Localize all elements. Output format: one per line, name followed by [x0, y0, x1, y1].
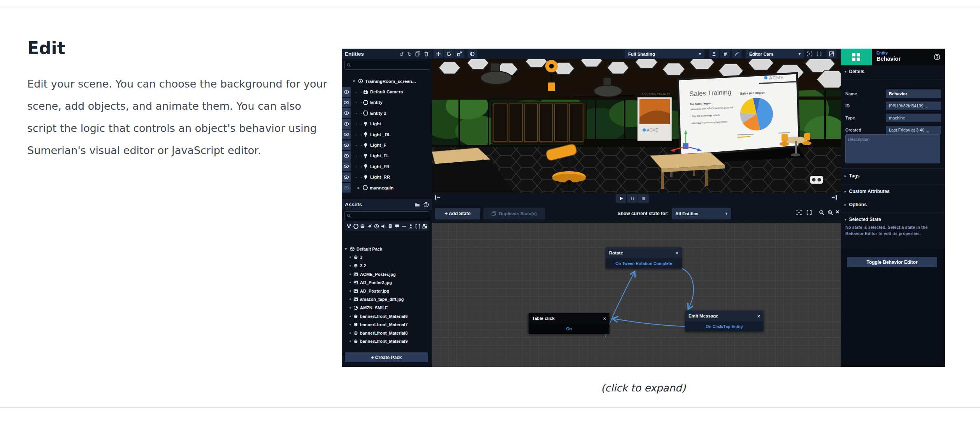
entity-label[interactable]: Light_F: [370, 143, 386, 147]
shading-dropdown[interactable]: Full Shading ▾: [625, 49, 704, 58]
entity-label[interactable]: Light_FR: [370, 164, 390, 169]
assets-search-input[interactable]: [353, 213, 427, 219]
asset-label[interactable]: 3 2: [360, 263, 366, 268]
close-behavior-editor-icon[interactable]: ×: [836, 209, 839, 216]
tree-item-entity2[interactable]: Entity 2: [342, 108, 432, 118]
visibility-eye-icon[interactable]: [342, 172, 351, 182]
3d-viewport[interactable]: Sales Training Top Sales Targets - Accou…: [432, 59, 841, 193]
options-section-header[interactable]: ▸ Options: [845, 202, 867, 207]
visibility-eye-icon[interactable]: [342, 161, 351, 171]
caret-right-icon[interactable]: ▸: [358, 186, 363, 190]
asset-label[interactable]: bannerLfront_Material8: [360, 331, 407, 335]
filter-line-icon[interactable]: [402, 224, 407, 229]
avatar-view-button[interactable]: [709, 49, 719, 58]
filter-script-icon[interactable]: [388, 224, 393, 229]
undo-icon[interactable]: ↺: [399, 51, 404, 57]
asset-row[interactable]: bannerLfront_Material6: [342, 312, 432, 321]
state-transition[interactable]: On: [529, 324, 609, 334]
asset-row[interactable]: AD_Poster2.jpg: [342, 278, 432, 287]
stop-button[interactable]: [638, 194, 649, 203]
entities-search[interactable]: [344, 61, 429, 70]
toggle-behavior-editor-button[interactable]: Toggle Behavior Editor: [847, 257, 937, 267]
description-textarea[interactable]: [845, 134, 940, 163]
tree-item-light[interactable]: Light: [342, 119, 432, 129]
filter-all-icon[interactable]: [346, 224, 351, 229]
behavior-editor-canvas[interactable]: Rotate× On Tween Rotation Complete Table…: [432, 223, 841, 367]
help-icon[interactable]: [423, 202, 429, 207]
entity-label[interactable]: Entity 2: [370, 111, 386, 116]
entity-label[interactable]: Light_FL: [370, 153, 389, 158]
filter-image-icon[interactable]: [422, 224, 427, 229]
asset-row[interactable]: amazon_tape_diff.jpg: [342, 295, 432, 304]
expand-caption[interactable]: (click to expand): [342, 382, 945, 394]
state-title[interactable]: Rotate: [609, 251, 623, 255]
duplicate-state-button[interactable]: Duplicate State(s): [483, 208, 545, 219]
focus-entity-icon[interactable]: [807, 51, 812, 56]
entity-label[interactable]: Light _RL: [370, 132, 391, 137]
grid-toggle-button[interactable]: #: [720, 49, 730, 58]
asset-label[interactable]: 3: [360, 255, 362, 260]
asset-label[interactable]: bannerLfront_Material9: [360, 339, 407, 344]
tree-item-camera[interactable]: Default Camera: [342, 86, 432, 97]
camera-dropdown[interactable]: Editor Cam ▾: [746, 49, 804, 58]
visibility-eye-icon-hidden[interactable]: [342, 183, 351, 193]
entity-label[interactable]: mannequin: [370, 186, 393, 190]
tree-item-light-f[interactable]: Light_F: [342, 140, 432, 150]
entity-label[interactable]: TrainingRoom_screen...: [365, 79, 416, 84]
tree-item-mannequin[interactable]: ▸ mannequin: [342, 182, 432, 193]
tags-section-header[interactable]: ▸ Tags: [845, 173, 860, 179]
asset-row[interactable]: bannerLfront_Material8: [342, 329, 432, 337]
delete-state-icon[interactable]: ×: [675, 250, 678, 256]
entity-label[interactable]: Default Camera: [370, 89, 403, 94]
delete-state-icon[interactable]: ×: [603, 316, 606, 321]
translate-tool-button[interactable]: [434, 49, 443, 58]
filter-animation-icon[interactable]: [367, 224, 372, 229]
entity-label[interactable]: Light_RR: [370, 175, 390, 179]
asset-label[interactable]: AD_Poster2.jpg: [360, 280, 392, 285]
entity-label[interactable]: Light: [370, 121, 381, 126]
caret-down-icon[interactable]: ▾: [345, 247, 350, 251]
tree-item-light-rr[interactable]: Light_RR: [342, 172, 432, 182]
name-field[interactable]: Behavior: [886, 89, 941, 98]
asset-label[interactable]: AMZN_SMILE: [360, 305, 388, 310]
asset-label[interactable]: ACME_Poster.jpg: [360, 272, 396, 277]
redo-icon[interactable]: ↻: [407, 51, 412, 57]
collapse-left-icon[interactable]: [434, 195, 441, 200]
tree-item-light-fl[interactable]: Light_FL: [342, 151, 432, 161]
frame-all-icon[interactable]: [817, 51, 822, 56]
asset-row[interactable]: bannerLfront_Material9: [342, 337, 432, 346]
state-node-table-click[interactable]: Table click× On: [529, 313, 609, 334]
asset-pack-row[interactable]: ▾ Default Pack: [342, 245, 432, 253]
vr-mode-icon[interactable]: [810, 176, 823, 184]
asset-row[interactable]: 3: [342, 253, 432, 262]
filter-speech-icon[interactable]: [395, 224, 400, 229]
state-transition[interactable]: On Tween Rotation Complete: [606, 258, 682, 268]
asset-label[interactable]: bannerLfront_Material7: [360, 322, 407, 327]
pack-label[interactable]: Default Pack: [357, 247, 382, 251]
focus-state-icon[interactable]: [796, 210, 802, 215]
selected-state-section-header[interactable]: ▾ Selected State: [845, 217, 881, 222]
filter-sound-icon[interactable]: [381, 224, 386, 229]
fullscreen-icon[interactable]: [827, 49, 836, 58]
zoom-out-icon[interactable]: [819, 210, 825, 216]
state-title[interactable]: Emit Message: [688, 314, 718, 318]
filter-behavior-icon[interactable]: [415, 224, 420, 229]
tree-item-entity[interactable]: Entity: [342, 97, 432, 108]
asset-row[interactable]: AD_Poster.jpg: [342, 287, 432, 295]
asset-label[interactable]: AD_Poster.jpg: [360, 289, 389, 293]
caret-down-icon[interactable]: ▾: [353, 79, 358, 83]
pause-button[interactable]: [627, 194, 638, 203]
visibility-eye-icon[interactable]: [342, 108, 351, 118]
asset-row[interactable]: 3 2: [342, 261, 432, 270]
asset-label[interactable]: amazon_tape_diff.jpg: [360, 297, 404, 302]
visibility-eye-icon[interactable]: [342, 151, 351, 161]
collapse-right-icon[interactable]: [831, 195, 838, 200]
visibility-eye-icon[interactable]: [342, 130, 351, 139]
visibility-eye-icon[interactable]: [342, 119, 351, 129]
play-button[interactable]: [616, 194, 626, 203]
scale-tool-button[interactable]: [455, 49, 464, 58]
post-effects-button[interactable]: [732, 49, 741, 58]
asset-row[interactable]: ACME_Poster.jpg: [342, 270, 432, 279]
entities-search-input[interactable]: [353, 63, 427, 68]
entity-label[interactable]: Entity: [370, 100, 383, 105]
